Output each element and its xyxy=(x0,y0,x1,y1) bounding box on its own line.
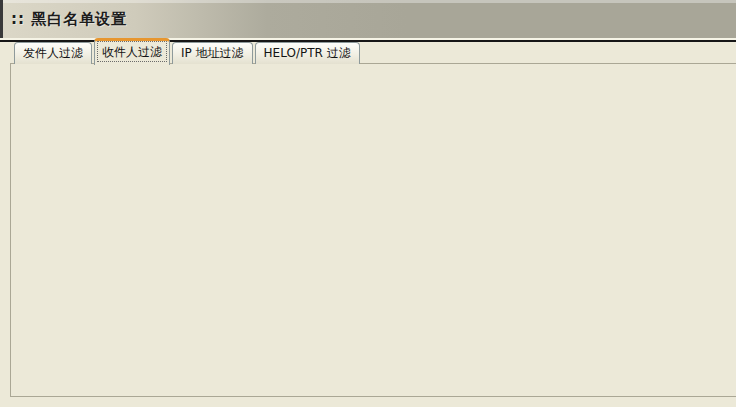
page-title: :: 黑白名单设置 xyxy=(3,10,127,29)
tab-sender-filter[interactable]: 发件人过滤 xyxy=(14,42,92,64)
tab-helo-ptr-filter[interactable]: HELO/PTR 过滤 xyxy=(255,42,360,64)
window-title-bar: :: 黑白名单设置 xyxy=(0,0,736,38)
tab-recipient-filter[interactable]: 收件人过滤 xyxy=(94,38,170,65)
blackwhite-list-settings-page: :: 黑白名单设置 发件人过滤 收件人过滤 IP 地址过滤 HELO/PTR 过… xyxy=(0,0,736,407)
tab-panel xyxy=(10,63,736,397)
filter-tab-strip: 发件人过滤 收件人过滤 IP 地址过滤 HELO/PTR 过滤 xyxy=(14,44,362,64)
tab-ip-filter[interactable]: IP 地址过滤 xyxy=(172,42,253,64)
